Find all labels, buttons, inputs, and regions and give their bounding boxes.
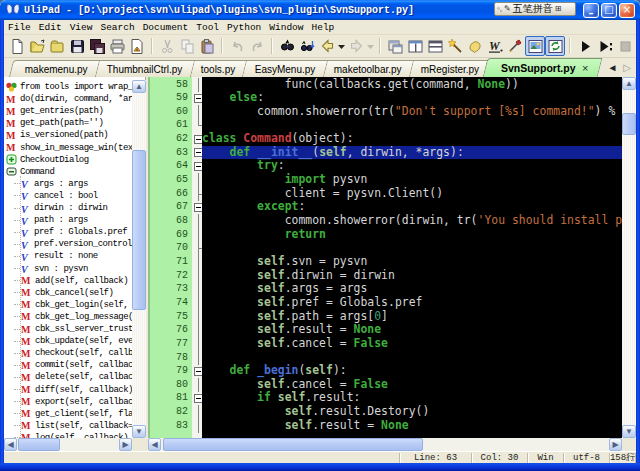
- ime-language-bar[interactable]: ◦, ✎ 五笔拼音 ⊞: [494, 2, 576, 16]
- code-line[interactable]: import pysvn: [202, 173, 622, 187]
- code-line[interactable]: client = pysvn.Client(): [202, 187, 622, 201]
- web-preview-icon[interactable]: [525, 36, 545, 56]
- code-line[interactable]: self.path = args[0]: [202, 310, 622, 324]
- wizard-icon[interactable]: [445, 36, 465, 56]
- undo-icon[interactable]: [227, 36, 247, 56]
- tree-scroll-left-icon[interactable]: ◀: [4, 438, 17, 451]
- save-icon[interactable]: [67, 36, 87, 56]
- code-editor[interactable]: func(callbacks.get(command, None)) else:…: [202, 77, 622, 438]
- tab-maketoolbar-py[interactable]: maketoolbar.py: [318, 60, 414, 77]
- tree-scroll-right-icon[interactable]: ▶: [119, 438, 132, 451]
- outline-row[interactable]: Mget_path(path=''): [6, 117, 103, 129]
- outline-row[interactable]: Mlist(self, callback=N: [14, 420, 138, 432]
- editor-vscroll-thumb[interactable]: [622, 113, 636, 135]
- tab-thumbnailctrl-py[interactable]: ThumbnailCtrl.py: [91, 60, 195, 77]
- title-bar[interactable]: UliPad - [D:\project\svn\ulipad\plugins\…: [0, 0, 640, 20]
- code-line[interactable]: self.cancel = False: [202, 378, 622, 392]
- outline-row[interactable]: Mdelete(self, callback: [14, 371, 138, 383]
- export-html-icon[interactable]: [127, 36, 147, 56]
- back-dropdown-icon[interactable]: [337, 36, 346, 56]
- editor-vscrollbar[interactable]: ▲ ▼: [622, 77, 636, 438]
- outline-row[interactable]: Madd(self, callback): [14, 275, 128, 287]
- outline-row[interactable]: Vresult : none: [14, 250, 98, 262]
- editor-scroll-up-icon[interactable]: ▲: [622, 77, 636, 90]
- menu-python[interactable]: Python: [223, 22, 265, 33]
- editor-scroll-down-icon[interactable]: ▼: [622, 425, 636, 438]
- outline-row[interactable]: from tools import wrap_r: [6, 81, 138, 93]
- go-back-icon[interactable]: [317, 36, 337, 56]
- maximize-button[interactable]: □: [601, 3, 617, 18]
- menu-document[interactable]: Document: [139, 22, 193, 33]
- paste-icon[interactable]: [197, 36, 217, 56]
- windows-list-icon[interactable]: [385, 36, 405, 56]
- code-line[interactable]: class Command(object):: [202, 132, 622, 146]
- tree-vscrollbar[interactable]: ▲ ▼: [132, 80, 146, 438]
- tab-svnsupport-py[interactable]: SvnSupport.py×: [482, 58, 602, 77]
- code-line[interactable]: self.cancel = False: [202, 337, 622, 351]
- code-line[interactable]: self.result = None: [202, 419, 622, 433]
- outline-row[interactable]: Mcbk_get_login(self, r: [14, 299, 138, 311]
- redo-icon[interactable]: [247, 36, 267, 56]
- outline-row[interactable]: Vcancel : bool: [14, 190, 98, 202]
- code-line[interactable]: [202, 118, 622, 132]
- refresh-icon[interactable]: [545, 36, 565, 56]
- outline-row[interactable]: Mdiff(self, callback): [14, 384, 133, 396]
- tree-vscroll-thumb[interactable]: [132, 150, 146, 310]
- editor-scroll-right-icon[interactable]: ▶: [609, 438, 622, 451]
- new-file-icon[interactable]: [7, 36, 27, 56]
- code-line[interactable]: common.showerror(dirwin, tr('You should …: [202, 214, 622, 228]
- outline-row[interactable]: Mget_entries(path): [6, 105, 103, 117]
- menu-file[interactable]: File: [4, 22, 35, 33]
- code-line[interactable]: self.result = None: [202, 323, 622, 337]
- editor-hscroll-thumb[interactable]: [163, 438, 423, 451]
- outline-row[interactable]: Mcbk_get_log_message(s: [14, 311, 138, 323]
- code-line[interactable]: self.svn = pysvn: [202, 255, 622, 269]
- format-painter-icon[interactable]: [505, 36, 525, 56]
- outline-row[interactable]: Vpref : Globals.pref: [14, 226, 127, 238]
- snippet-icon[interactable]: [465, 36, 485, 56]
- code-line[interactable]: func(callbacks.get(command, None)): [202, 78, 622, 92]
- code-line[interactable]: self.dirwin = dirwin: [202, 269, 622, 283]
- minimize-button[interactable]: –: [583, 3, 599, 18]
- menu-edit[interactable]: Edit: [35, 22, 66, 33]
- outline-row[interactable]: Vdirwin : dirwin: [14, 202, 108, 214]
- split-vertical-icon[interactable]: [405, 36, 425, 56]
- go-forward-icon[interactable]: [346, 36, 366, 56]
- tree-scroll-up-icon[interactable]: ▲: [132, 80, 146, 93]
- word-wrap-icon[interactable]: W: [485, 36, 505, 56]
- outline-row[interactable]: Mcbk_cancel(self): [14, 287, 113, 299]
- run-args-icon[interactable]: [595, 36, 615, 56]
- code-line[interactable]: common.showerror(tr("Don't support [%s] …: [202, 105, 622, 119]
- tab-makemenu-py[interactable]: makemenu.py: [9, 60, 100, 77]
- ime-menu-icon[interactable]: ⊞: [555, 5, 562, 13]
- code-line[interactable]: [202, 351, 622, 365]
- tab-mregister-py[interactable]: mRegister.py: [405, 60, 492, 77]
- outline-row[interactable]: Mdo(dirwin, command, *arg: [6, 93, 138, 105]
- outline-row[interactable]: Mcommit(self, callback: [14, 359, 138, 371]
- outline-row[interactable]: Vsvn : pysvn: [14, 263, 88, 275]
- resize-grip[interactable]: [625, 452, 635, 462]
- outline-row[interactable]: Vpref.version_control_: [14, 238, 137, 250]
- menu-tool[interactable]: Tool: [192, 22, 223, 33]
- forward-dropdown-icon[interactable]: [366, 36, 375, 56]
- current-code-line[interactable]: def __init__(self, dirwin, *args):: [202, 146, 622, 160]
- outline-row[interactable]: Mshow_in_message_win(text: [6, 142, 138, 154]
- find-icon[interactable]: [277, 36, 297, 56]
- outline-row[interactable]: Command: [6, 166, 54, 178]
- split-horizontal-icon[interactable]: [425, 36, 445, 56]
- code-line[interactable]: self.args = args: [202, 282, 622, 296]
- tab-scroll-left-icon[interactable]: ◄: [607, 63, 617, 73]
- close-button[interactable]: ×: [619, 3, 635, 18]
- copy-icon[interactable]: [177, 36, 197, 56]
- code-line[interactable]: [202, 241, 622, 255]
- code-line[interactable]: except:: [202, 200, 622, 214]
- find-in-files-icon[interactable]: [297, 36, 317, 56]
- outline-row[interactable]: Mcbk_update(self, even: [14, 335, 138, 347]
- tree-scroll-down-icon[interactable]: ▼: [132, 425, 146, 438]
- code-line[interactable]: def _begin(self):: [202, 364, 622, 378]
- editor-scroll-left-icon[interactable]: ◀: [148, 438, 161, 451]
- outline-row[interactable]: Mis_versioned(path): [6, 129, 108, 141]
- outline-row[interactable]: Mexport(self, callback: [14, 396, 138, 408]
- outline-row[interactable]: Mget_client(self, flag: [14, 408, 138, 420]
- outline-row[interactable]: Vargs : args: [14, 178, 88, 190]
